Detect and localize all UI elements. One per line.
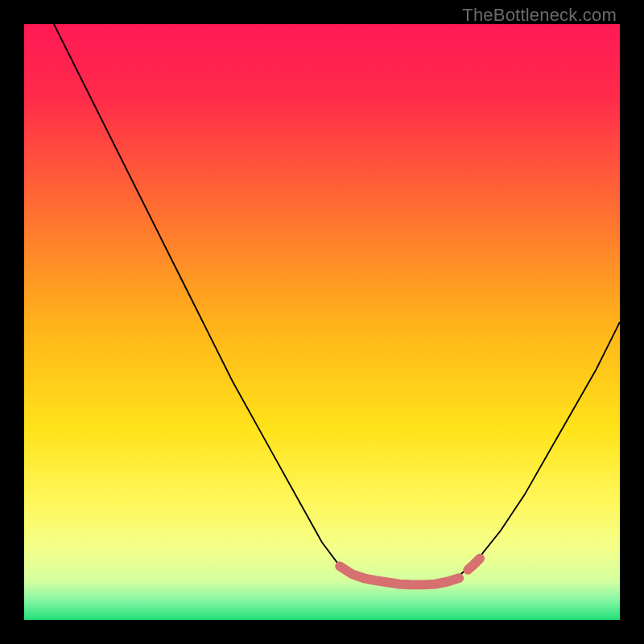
attribution-watermark: TheBottleneck.com (462, 5, 617, 26)
chart-frame: TheBottleneck.com (0, 0, 644, 644)
chart-background-gradient (24, 24, 620, 620)
bottleneck-line-chart (24, 24, 620, 620)
